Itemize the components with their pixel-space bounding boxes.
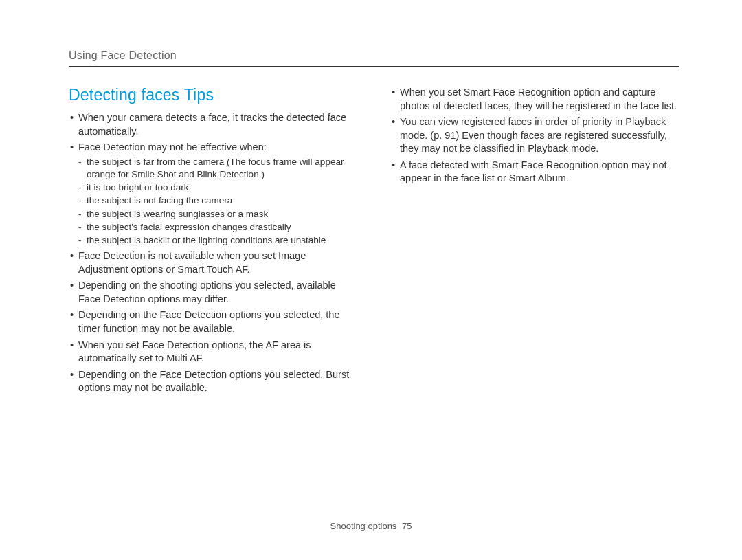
bullet-item: You can view registered faces in order o…: [390, 115, 679, 156]
bullet-text: Depending on the Face Detection options …: [78, 369, 349, 394]
dash-item: the subject is wearing sunglasses or a m…: [78, 208, 357, 221]
page-heading: Detecting faces Tips: [69, 86, 357, 104]
dash-item: it is too bright or too dark: [78, 181, 357, 194]
footer-page-number: 75: [402, 521, 412, 531]
manual-page: Using Face Detection Detecting faces Tip…: [0, 0, 742, 398]
bullet-item: Depending on the Face Detection options …: [69, 368, 357, 395]
bullet-item: Face Detection is not available when you…: [69, 249, 357, 276]
bullet-text: When you set Face Detection options, the…: [78, 339, 311, 364]
dash-item: the subject is not facing the camera: [78, 194, 357, 207]
left-bullet-list: When your camera detects a face, it trac…: [69, 111, 357, 395]
footer-section-label: Shooting options: [330, 521, 397, 531]
bullet-text: When you set Smart Face Recognition opti…: [400, 87, 677, 111]
dash-item: the subject is backlit or the lighting c…: [78, 234, 357, 247]
bullet-text: Depending on the shooting options you se…: [78, 280, 336, 304]
page-footer: Shooting options 75: [0, 521, 742, 531]
section-label: Using Face Detection: [69, 49, 679, 67]
dash-item: the subject is far from the camera (The …: [78, 156, 357, 181]
bullet-text: Depending on the Face Detection options …: [78, 309, 339, 334]
bullet-item: When you set Face Detection options, the…: [69, 339, 357, 366]
bullet-item: Depending on the shooting options you se…: [69, 279, 357, 306]
content-columns: Detecting faces Tips When your camera de…: [69, 86, 679, 398]
dash-sublist: the subject is far from the camera (The …: [78, 156, 357, 247]
bullet-text: When your camera detects a face, it trac…: [78, 112, 346, 137]
bullet-item: When you set Smart Face Recognition opti…: [390, 86, 679, 113]
right-bullet-list: When you set Smart Face Recognition opti…: [390, 86, 679, 186]
right-column: When you set Smart Face Recognition opti…: [390, 86, 679, 398]
bullet-item: Depending on the Face Detection options …: [69, 309, 357, 335]
bullet-text: Face Detection may not be effective when…: [78, 142, 267, 153]
bullet-text: A face detected with Smart Face Recognit…: [400, 159, 667, 184]
bullet-item: A face detected with Smart Face Recognit…: [390, 159, 679, 186]
left-column: Detecting faces Tips When your camera de…: [69, 86, 357, 398]
bullet-item: When your camera detects a face, it trac…: [69, 111, 357, 138]
bullet-text: Face Detection is not available when you…: [78, 250, 306, 275]
bullet-text: You can view registered faces in order o…: [400, 116, 667, 154]
dash-item: the subject's facial expression changes …: [78, 221, 357, 234]
bullet-item: Face Detection may not be effective when…: [69, 141, 357, 247]
